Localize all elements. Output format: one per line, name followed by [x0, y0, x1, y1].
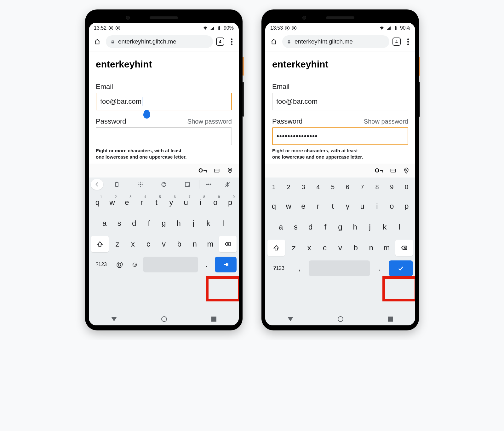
tab-switcher[interactable]: 4 — [216, 38, 224, 46]
key-h[interactable]: h — [172, 215, 185, 231]
key-t[interactable]: t — [326, 198, 339, 214]
card-icon[interactable] — [390, 167, 396, 174]
key-b[interactable]: b — [349, 240, 363, 256]
password-key-icon[interactable]: O — [375, 167, 383, 174]
key-c[interactable]: c — [141, 236, 155, 252]
key-z[interactable]: z — [111, 236, 124, 252]
nav-home-button[interactable] — [161, 316, 167, 322]
key-6[interactable]: 6 — [341, 181, 354, 194]
settings-icon[interactable] — [129, 178, 152, 192]
key-1[interactable]: 1 — [267, 181, 280, 194]
show-password-toggle[interactable]: Show password — [187, 118, 232, 125]
key-5[interactable]: 5 — [326, 181, 339, 194]
key-p[interactable]: p — [400, 198, 413, 214]
key-d[interactable]: d — [304, 219, 317, 235]
key-v[interactable]: v — [333, 240, 347, 256]
key-f[interactable]: f — [319, 219, 332, 235]
key-v[interactable]: v — [157, 236, 170, 252]
clipboard-icon[interactable] — [105, 178, 129, 192]
home-button[interactable] — [92, 36, 103, 47]
key-i[interactable]: i — [371, 198, 384, 214]
key-g[interactable]: g — [157, 215, 170, 231]
address-bar[interactable]: enterkeyhint.glitch.me — [282, 35, 389, 48]
key-s[interactable]: s — [289, 219, 302, 235]
email-field[interactable]: foo@bar.com — [272, 93, 408, 110]
key-n[interactable]: n — [364, 240, 378, 256]
key-c[interactable]: c — [318, 240, 331, 256]
key-backspace[interactable] — [219, 236, 237, 252]
key-l[interactable]: l — [217, 215, 230, 231]
key-3[interactable]: 3 — [297, 181, 310, 194]
key-z[interactable]: z — [287, 240, 301, 256]
key-f[interactable]: f — [142, 215, 155, 231]
theme-icon[interactable] — [152, 178, 175, 192]
key-at[interactable]: @ — [113, 257, 126, 272]
kb-back-button[interactable] — [91, 179, 103, 190]
password-field[interactable]: ••••••••••••••• — [272, 127, 408, 145]
key-w[interactable]: w2 — [106, 194, 119, 211]
key-y[interactable]: y — [341, 198, 354, 214]
password-field[interactable] — [96, 127, 232, 145]
key-e[interactable]: e — [297, 198, 310, 214]
key-s[interactable]: s — [113, 215, 126, 231]
nav-home-button[interactable] — [338, 316, 343, 322]
key-enter-done[interactable] — [389, 260, 413, 276]
key-a[interactable]: a — [98, 215, 111, 231]
key-n[interactable]: n — [188, 236, 202, 252]
key-o[interactable]: o9 — [209, 194, 222, 211]
key-p[interactable]: p0 — [224, 194, 237, 211]
nav-back-button[interactable] — [288, 317, 293, 321]
password-key-icon[interactable]: O — [198, 167, 207, 174]
key-y[interactable]: y6 — [165, 194, 178, 211]
key-g[interactable]: g — [334, 219, 346, 235]
key-m[interactable]: m — [203, 236, 217, 252]
more-icon[interactable]: ••• — [199, 178, 218, 192]
key-x[interactable]: x — [302, 240, 316, 256]
key-backspace[interactable] — [395, 240, 413, 256]
key-space[interactable] — [309, 260, 370, 276]
key-q[interactable]: q1 — [91, 194, 104, 211]
key-x[interactable]: x — [126, 236, 140, 252]
key-symbols[interactable]: ?123 — [91, 257, 111, 272]
key-w[interactable]: w — [282, 198, 295, 214]
overflow-menu-button[interactable] — [227, 38, 236, 45]
overflow-menu-button[interactable] — [404, 38, 412, 45]
key-k[interactable]: k — [378, 219, 391, 235]
address-bar[interactable]: enterkeyhint.glitch.me — [106, 35, 213, 48]
key-e[interactable]: e3 — [121, 194, 134, 211]
key-8[interactable]: 8 — [371, 181, 384, 194]
key-k[interactable]: k — [202, 215, 215, 231]
key-space[interactable] — [143, 257, 198, 272]
mic-icon[interactable] — [218, 178, 237, 192]
key-o[interactable]: o — [385, 198, 398, 214]
key-shift[interactable] — [267, 240, 285, 256]
home-button[interactable] — [268, 36, 279, 47]
key-j[interactable]: j — [187, 215, 200, 231]
key-d[interactable]: d — [128, 215, 140, 231]
key-symbols[interactable]: ?123 — [267, 260, 290, 276]
key-shift[interactable] — [91, 236, 109, 252]
key-q[interactable]: q — [267, 198, 280, 214]
key-2[interactable]: 2 — [282, 181, 295, 194]
show-password-toggle[interactable]: Show password — [364, 118, 408, 125]
key-l[interactable]: l — [393, 219, 406, 235]
sticker-icon[interactable] — [175, 178, 199, 192]
key-7[interactable]: 7 — [356, 181, 369, 194]
location-icon[interactable] — [227, 167, 233, 174]
key-enter-next[interactable] — [215, 257, 237, 272]
key-h[interactable]: h — [349, 219, 362, 235]
key-u[interactable]: u7 — [180, 194, 192, 211]
key-m[interactable]: m — [380, 240, 393, 256]
key-r[interactable]: r — [312, 198, 324, 214]
key-u[interactable]: u — [356, 198, 369, 214]
key-j[interactable]: j — [364, 219, 376, 235]
card-icon[interactable] — [214, 167, 220, 174]
caret-handle[interactable] — [143, 110, 150, 119]
email-field[interactable]: foo@bar.com — [96, 93, 232, 110]
key-9[interactable]: 9 — [385, 181, 398, 194]
nav-back-button[interactable] — [111, 317, 117, 321]
key-0[interactable]: 0 — [400, 181, 413, 194]
key-period[interactable]: . — [372, 260, 387, 276]
key-r[interactable]: r4 — [135, 194, 148, 211]
key-period[interactable]: . — [200, 257, 213, 272]
